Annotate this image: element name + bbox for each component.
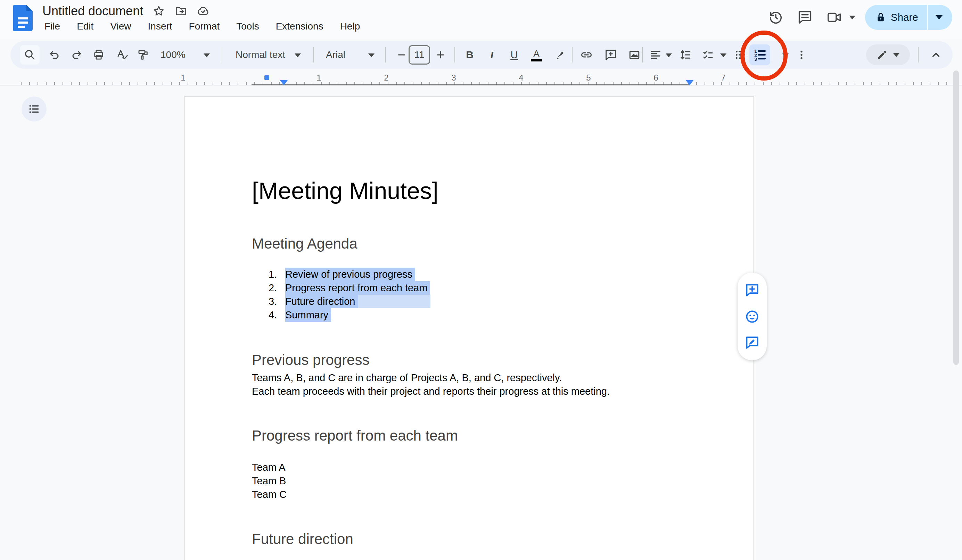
line-spacing-button[interactable] bbox=[676, 45, 695, 64]
italic-button[interactable]: I bbox=[482, 45, 502, 64]
move-to-folder-icon[interactable] bbox=[174, 5, 187, 18]
open-comments-icon[interactable] bbox=[794, 6, 817, 29]
doc-heading-progress[interactable]: Progress report from each team bbox=[252, 426, 458, 446]
join-call-caret-icon[interactable] bbox=[849, 16, 855, 19]
doc-heading-title[interactable]: [Meeting Minutes] bbox=[252, 176, 439, 205]
menu-tools[interactable]: Tools bbox=[234, 19, 261, 33]
font-caret-icon[interactable] bbox=[368, 53, 374, 57]
add-comment-side-button[interactable] bbox=[744, 282, 760, 299]
bold-icon: B bbox=[466, 49, 473, 61]
suggest-edits-button[interactable] bbox=[744, 334, 760, 351]
menu-insert[interactable]: Insert bbox=[146, 19, 174, 33]
toolbar-divider bbox=[385, 47, 386, 63]
paint-format-button[interactable] bbox=[133, 45, 153, 64]
insert-image-button[interactable] bbox=[625, 45, 644, 64]
document-outline-icon bbox=[28, 103, 40, 115]
star-icon[interactable] bbox=[152, 5, 165, 18]
version-history-icon[interactable] bbox=[764, 6, 787, 29]
checklist-caret-icon[interactable] bbox=[720, 53, 726, 57]
share-button-group: Share bbox=[865, 5, 952, 30]
zoom-caret-icon[interactable] bbox=[203, 53, 210, 57]
menu-edit[interactable]: Edit bbox=[75, 19, 95, 33]
insert-emoji-button[interactable] bbox=[744, 308, 760, 325]
selected-text: Summary bbox=[285, 308, 331, 322]
underline-button[interactable]: U bbox=[504, 45, 524, 64]
increase-font-size-button[interactable] bbox=[431, 45, 450, 64]
first-line-indent-marker[interactable] bbox=[265, 75, 269, 80]
more-tools-button[interactable] bbox=[792, 45, 811, 64]
bold-button[interactable]: B bbox=[460, 45, 479, 64]
numbered-list-button[interactable]: 1 2 3 bbox=[749, 44, 770, 65]
doc-paragraph[interactable]: Each team proceeds with their project an… bbox=[252, 385, 610, 398]
toolbar-divider bbox=[572, 47, 573, 63]
checklist-button[interactable] bbox=[698, 45, 718, 64]
left-indent-marker[interactable] bbox=[280, 80, 288, 85]
text-color-button[interactable]: A bbox=[527, 45, 546, 64]
insert-link-button[interactable] bbox=[577, 45, 596, 64]
doc-heading-previous[interactable]: Previous progress bbox=[252, 350, 369, 370]
document-canvas: [Meeting Minutes] Meeting Agenda 1. Revi… bbox=[0, 85, 962, 560]
right-indent-marker[interactable] bbox=[686, 80, 694, 85]
page-action-pill bbox=[738, 272, 767, 360]
menu-format[interactable]: Format bbox=[187, 19, 222, 33]
font-select[interactable]: Arial bbox=[326, 45, 345, 64]
agenda-list-item[interactable]: 4. Summary bbox=[252, 308, 331, 322]
paragraph-style-select[interactable]: Normal text bbox=[236, 45, 285, 64]
agenda-list-item[interactable]: 1. Review of previous progress bbox=[252, 268, 415, 281]
doc-paragraph[interactable]: Team B bbox=[252, 474, 286, 488]
align-caret-icon[interactable] bbox=[666, 53, 672, 57]
share-options-button[interactable] bbox=[928, 5, 952, 30]
ruler-number: 6 bbox=[654, 73, 658, 83]
suggest-edits-icon bbox=[744, 335, 760, 350]
editing-mode-button[interactable] bbox=[866, 44, 910, 65]
doc-paragraph[interactable]: Teams A, B, and C are in charge of Proje… bbox=[252, 371, 562, 385]
menu-view[interactable]: View bbox=[108, 19, 133, 33]
emoji-icon bbox=[744, 309, 760, 324]
join-call-icon[interactable] bbox=[823, 6, 846, 29]
google-docs-logo[interactable] bbox=[13, 5, 33, 31]
menu-bar: File Edit View Insert Format Tools Exten… bbox=[42, 19, 362, 33]
menu-file[interactable]: File bbox=[42, 19, 62, 33]
pencil-icon bbox=[876, 49, 888, 60]
toolbar-divider bbox=[642, 47, 643, 63]
vertical-scrollbar-thumb[interactable] bbox=[953, 71, 959, 365]
ruler-number: 4 bbox=[519, 73, 523, 83]
spellcheck-button[interactable] bbox=[113, 45, 132, 64]
paragraph-style-caret-icon[interactable] bbox=[295, 53, 301, 57]
share-button[interactable]: Share bbox=[865, 5, 927, 30]
redo-button[interactable] bbox=[67, 45, 87, 64]
menu-extensions[interactable]: Extensions bbox=[274, 19, 326, 33]
doc-paragraph[interactable]: Team A bbox=[252, 461, 286, 474]
horizontal-ruler: 1 1 2 3 4 5 6 7 bbox=[0, 73, 962, 85]
font-size-input[interactable]: 11 bbox=[408, 45, 430, 64]
align-button[interactable] bbox=[646, 45, 665, 64]
doc-paragraph[interactable]: Team C bbox=[252, 488, 287, 501]
doc-heading-future[interactable]: Future direction bbox=[252, 529, 353, 549]
more-vertical-icon bbox=[796, 49, 807, 60]
undo-button[interactable] bbox=[44, 45, 64, 64]
list-number: 3. bbox=[268, 295, 285, 308]
agenda-list-item[interactable]: 3. Future direction bbox=[252, 295, 431, 308]
add-comment-button[interactable] bbox=[601, 45, 620, 64]
search-menus-button[interactable] bbox=[20, 45, 40, 64]
print-button[interactable] bbox=[89, 45, 108, 64]
toolbar-divider bbox=[918, 47, 918, 63]
numbered-list-caret-icon[interactable] bbox=[782, 53, 789, 57]
highlight-color-button[interactable] bbox=[550, 45, 569, 64]
doc-heading-agenda[interactable]: Meeting Agenda bbox=[252, 234, 357, 253]
plus-icon bbox=[435, 50, 446, 60]
show-outline-button[interactable] bbox=[21, 97, 47, 122]
document-title[interactable]: Untitled document bbox=[42, 4, 143, 18]
menu-help[interactable]: Help bbox=[338, 19, 362, 33]
toolbar-divider bbox=[222, 47, 222, 63]
hide-menus-button[interactable] bbox=[926, 45, 946, 64]
selected-text: Review of previous progress bbox=[285, 268, 415, 281]
bulleted-list-button[interactable] bbox=[731, 45, 750, 64]
agenda-list-item[interactable]: 2. Progress report from each team bbox=[252, 281, 430, 295]
spellcheck-icon bbox=[116, 48, 129, 61]
bulleted-list-icon bbox=[734, 49, 746, 61]
document-page[interactable]: [Meeting Minutes] Meeting Agenda 1. Revi… bbox=[184, 97, 754, 560]
cloud-saved-icon[interactable] bbox=[197, 5, 210, 18]
text-color-icon: A bbox=[531, 48, 542, 61]
zoom-select[interactable]: 100% bbox=[160, 45, 186, 64]
